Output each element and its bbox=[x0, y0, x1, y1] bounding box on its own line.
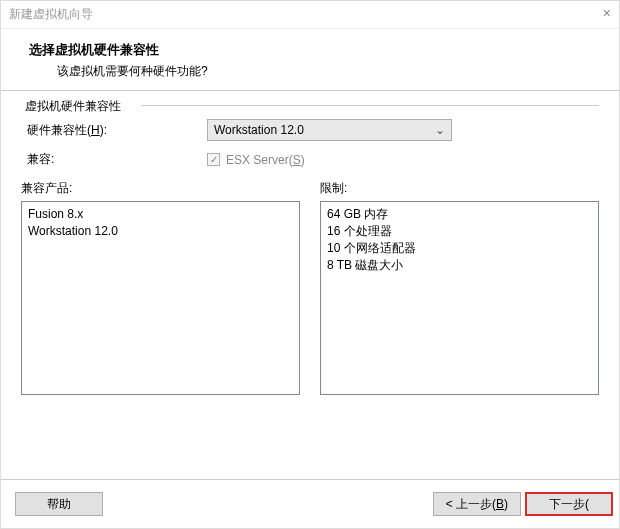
limits-list[interactable]: 64 GB 内存 16 个处理器 10 个网络适配器 8 TB 磁盘大小 bbox=[320, 201, 599, 395]
compat-row: 兼容: ✓ ESX Server(S) bbox=[27, 151, 599, 168]
hw-compat-select[interactable]: Workstation 12.0 ⌄ bbox=[207, 119, 452, 141]
next-button[interactable]: 下一步( bbox=[525, 492, 613, 516]
compat-products-label: 兼容产品: bbox=[21, 180, 300, 197]
columns: 兼容产品: Fusion 8.x Workstation 12.0 限制: 64… bbox=[21, 180, 599, 395]
window-title: 新建虚拟机向导 bbox=[9, 6, 93, 23]
back-button[interactable]: < 上一步(B) bbox=[433, 492, 521, 516]
header-title: 选择虚拟机硬件兼容性 bbox=[29, 41, 601, 59]
compat-products-col: 兼容产品: Fusion 8.x Workstation 12.0 bbox=[21, 180, 300, 395]
titlebar: 新建虚拟机向导 × bbox=[1, 1, 619, 29]
chevron-down-icon: ⌄ bbox=[435, 123, 445, 137]
wizard-body: 虚拟机硬件兼容性 硬件兼容性(H): Workstation 12.0 ⌄ 兼容… bbox=[1, 91, 619, 479]
list-item: Fusion 8.x bbox=[28, 206, 293, 223]
wizard-header: 选择虚拟机硬件兼容性 该虚拟机需要何种硬件功能? bbox=[1, 29, 619, 91]
esx-checkbox[interactable]: ✓ bbox=[207, 153, 220, 166]
hw-compat-row: 硬件兼容性(H): Workstation 12.0 ⌄ bbox=[27, 119, 599, 141]
limits-label: 限制: bbox=[320, 180, 599, 197]
compat-label: 兼容: bbox=[27, 151, 207, 168]
list-item: 8 TB 磁盘大小 bbox=[327, 257, 592, 274]
limits-col: 限制: 64 GB 内存 16 个处理器 10 个网络适配器 8 TB 磁盘大小 bbox=[320, 180, 599, 395]
list-item: Workstation 12.0 bbox=[28, 223, 293, 240]
wizard-window: 新建虚拟机向导 × 选择虚拟机硬件兼容性 该虚拟机需要何种硬件功能? 虚拟机硬件… bbox=[0, 0, 620, 529]
esx-checkbox-row: ✓ ESX Server(S) bbox=[207, 153, 305, 167]
wizard-footer: 帮助 < 上一步(B) 下一步( bbox=[1, 479, 619, 528]
hw-compat-label: 硬件兼容性(H): bbox=[27, 122, 207, 139]
hw-compat-fieldset: 虚拟机硬件兼容性 硬件兼容性(H): Workstation 12.0 ⌄ 兼容… bbox=[21, 105, 599, 168]
header-subtitle: 该虚拟机需要何种硬件功能? bbox=[29, 63, 601, 80]
close-icon[interactable]: × bbox=[603, 5, 611, 21]
esx-label: ESX Server(S) bbox=[226, 153, 305, 167]
list-item: 16 个处理器 bbox=[327, 223, 592, 240]
help-button[interactable]: 帮助 bbox=[15, 492, 103, 516]
list-item: 64 GB 内存 bbox=[327, 206, 592, 223]
compat-products-list[interactable]: Fusion 8.x Workstation 12.0 bbox=[21, 201, 300, 395]
list-item: 10 个网络适配器 bbox=[327, 240, 592, 257]
fieldset-title: 虚拟机硬件兼容性 bbox=[21, 98, 125, 115]
hw-compat-value: Workstation 12.0 bbox=[214, 123, 304, 137]
